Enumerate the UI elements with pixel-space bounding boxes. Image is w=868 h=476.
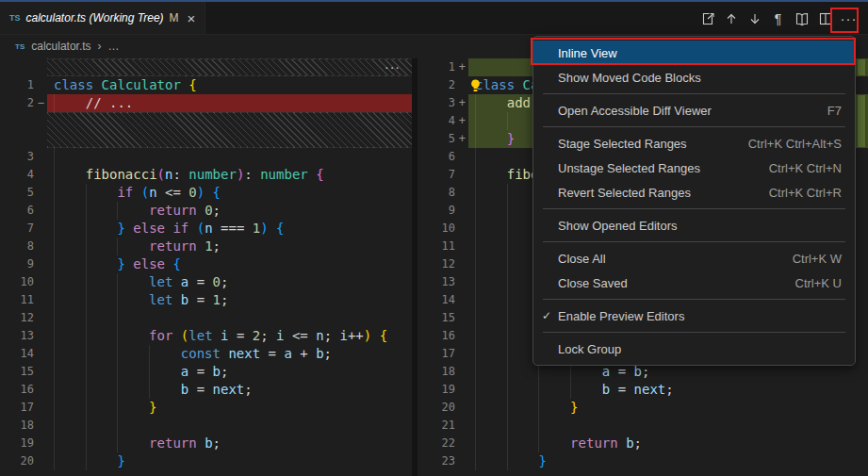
menu-item-label: Show Opened Editors [558, 219, 842, 233]
open-preview-icon[interactable] [790, 7, 813, 30]
added-change-mark [858, 95, 865, 147]
diff-filler-hatch [47, 112, 412, 148]
line-number: 21 [418, 417, 468, 435]
code-line[interactable]: // ... [47, 94, 412, 112]
line-number: 15 [418, 309, 468, 327]
gutter [0, 58, 47, 76]
previous-change-icon[interactable] [719, 7, 743, 30]
code-line[interactable]: if (n <= 0) { [47, 184, 412, 202]
next-change-icon[interactable] [743, 7, 766, 30]
menu-item-label: Lock Group [558, 342, 842, 356]
menu-item-close-saved[interactable]: Close SavedCtrl+K U [533, 271, 855, 295]
code-row: 10let a = 0; [0, 273, 412, 291]
tab-close-icon[interactable]: × [188, 11, 196, 25]
diff-sign: + [459, 94, 466, 112]
typescript-file-icon: TS [15, 42, 25, 51]
line-number: 10 [0, 273, 47, 291]
editor-toolbar: ¶··· [696, 7, 860, 30]
menu-separator [543, 299, 845, 300]
line-number: 3 [0, 148, 47, 166]
chevron-right-icon: › [98, 40, 102, 53]
code-line[interactable]: return b; [468, 435, 868, 452]
line-number: 19 [0, 435, 47, 452]
menu-item-enable-preview-editors[interactable]: ✓Enable Preview Editors [533, 304, 855, 328]
code-line[interactable] [47, 309, 412, 327]
menu-item-label: Open Accessible Diff Viewer [558, 104, 801, 118]
line-number: 20 [0, 452, 47, 470]
code-line[interactable] [47, 417, 412, 435]
lightbulb-icon[interactable] [470, 79, 481, 97]
code-line[interactable]: let a = 0; [47, 273, 412, 291]
code-line[interactable]: const next = a + b; [47, 345, 412, 363]
code-line[interactable]: a = b; [47, 363, 412, 381]
menu-item-show-moved-code-blocks[interactable]: Show Moved Code Blocks [533, 65, 855, 90]
code-line[interactable]: } else { [47, 255, 412, 273]
code-line[interactable]: let b = 1; [47, 291, 412, 309]
menu-shortcut: Ctrl+K Ctrl+Alt+S [748, 137, 842, 151]
code-line[interactable]: for (let i = 2; i <= n; i++) { [47, 327, 412, 345]
code-line[interactable]: } [47, 399, 412, 417]
code-row: 3 [0, 148, 412, 166]
line-number: 2 [418, 76, 468, 94]
line-number: 14 [418, 291, 468, 309]
menu-item-open-accessible-diff-viewer[interactable]: Open Accessible Diff ViewerF7 [533, 98, 855, 123]
code-line[interactable]: b = next; [468, 381, 868, 399]
code-line[interactable] [468, 417, 868, 435]
menu-item-stage-selected-ranges[interactable]: Stage Selected RangesCtrl+K Ctrl+Alt+S [533, 131, 855, 156]
code-row: 21 [418, 417, 868, 435]
menu-item-unstage-selected-ranges[interactable]: Unstage Selected RangesCtrl+K Ctrl+N [533, 156, 855, 180]
code-line[interactable]: fibonacci(n: number): number { [47, 166, 412, 184]
code-row: 8return 1; [0, 238, 412, 255]
menu-item-revert-selected-ranges[interactable]: Revert Selected RangesCtrl+K Ctrl+R [533, 180, 855, 205]
code-row: 12 [0, 309, 412, 327]
split-editor-icon[interactable] [813, 7, 837, 30]
line-number: 4+ [418, 112, 468, 130]
line-number: 14 [0, 345, 47, 363]
code-line[interactable]: return b; [47, 435, 412, 452]
line-number: 19 [418, 381, 468, 399]
code-row: 2−// ... [0, 94, 412, 112]
line-number: 17 [418, 345, 468, 363]
line-number: 9 [418, 202, 468, 220]
line-number: 6 [418, 148, 468, 166]
code-line[interactable]: return 1; [47, 238, 412, 255]
code-row: 6return 0; [0, 202, 412, 220]
more-actions-icon[interactable]: ··· [837, 7, 860, 30]
code-line[interactable]: return 0; [47, 202, 412, 220]
menu-item-show-opened-editors[interactable]: Show Opened Editors [533, 213, 855, 238]
menu-item-label: Close All [558, 252, 766, 266]
more-actions-icon[interactable]: ··· [385, 59, 401, 74]
code-row: 7} else if (n === 1) { [0, 220, 412, 238]
code-line[interactable]: b = next; [47, 381, 412, 399]
breadcrumb-file[interactable]: calculator.ts [31, 40, 90, 53]
line-number: 11 [0, 291, 47, 309]
menu-item-close-all[interactable]: Close AllCtrl+K W [533, 246, 855, 271]
open-file-icon[interactable] [696, 7, 719, 30]
editor-tab[interactable]: TS calculator.ts (Working Tree) M × [0, 2, 205, 34]
code-line[interactable]: } [468, 452, 868, 470]
menu-shortcut: Ctrl+K W [793, 252, 842, 266]
code-row: 9} else { [0, 255, 412, 273]
menu-item-label: Stage Selected Ranges [558, 137, 722, 151]
code-line[interactable]: } else if (n === 1) { [47, 220, 412, 238]
diff-sign: + [459, 112, 466, 130]
code-line[interactable]: } [47, 452, 412, 470]
menu-item-inline-view[interactable]: Inline View [533, 41, 855, 65]
code-row: 13for (let i = 2; i <= n; i++) { [0, 327, 412, 345]
code-line[interactable]: class Calculator { [47, 76, 412, 94]
line-number: 1 [0, 76, 47, 94]
breadcrumb-symbol[interactable]: … [108, 40, 120, 53]
line-number: 8 [0, 238, 47, 255]
line-number: 5 [0, 184, 47, 202]
diff-sign: + [459, 58, 466, 76]
code-line[interactable]: } [468, 399, 868, 417]
overview-ruler[interactable] [856, 58, 868, 476]
line-number: 17 [0, 399, 47, 417]
code-line[interactable] [47, 148, 412, 166]
code-row: 19return b; [0, 435, 412, 452]
menu-separator [543, 241, 845, 242]
menu-item-lock-group[interactable]: Lock Group [533, 336, 855, 361]
original-editor-pane[interactable]: ··· 1class Calculator {2−// ...34fibonac… [0, 58, 412, 476]
whitespace-icon[interactable]: ¶ [766, 7, 790, 30]
gutter [0, 112, 47, 148]
